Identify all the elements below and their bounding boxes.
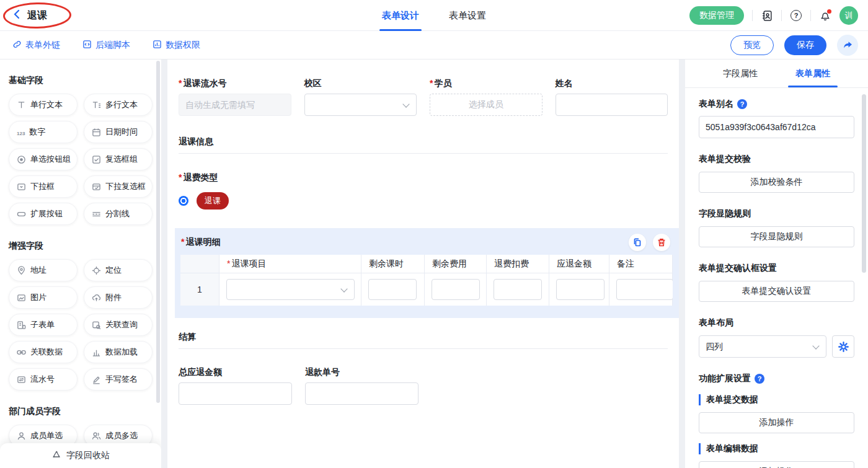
add-validation-button[interactable]: 添加校验条件 xyxy=(699,172,854,193)
section-title-member-fields: 部门成员字段 xyxy=(9,406,153,417)
field-type-serial-number[interactable]: 流水号 xyxy=(9,368,78,391)
field-type-attachment[interactable]: 附件 xyxy=(84,286,153,309)
back-button[interactable]: 退课 xyxy=(12,0,47,31)
data-permission-icon xyxy=(153,40,162,51)
field-type-single-line-text[interactable]: 单行文本 xyxy=(9,94,78,116)
refund-deduct-input[interactable] xyxy=(494,279,542,300)
course-item-select[interactable] xyxy=(226,279,355,300)
help-question-icon[interactable] xyxy=(737,99,747,109)
remaining-hours-input[interactable] xyxy=(368,279,417,300)
column-header: 剩余费用 xyxy=(425,255,487,273)
field-type-multi-select[interactable]: 下拉复选框 xyxy=(84,175,153,198)
contacts-icon[interactable] xyxy=(761,9,773,22)
field-type-radio-group[interactable]: 单选按钮组 xyxy=(9,148,78,170)
extension-settings-label: 功能扩展设置 xyxy=(699,373,854,384)
form-design-canvas: 退课流水号 校区 学员 选择成员 姓名 退课信息 退费类型 退课 退课明细 xyxy=(167,60,679,468)
field-refund-order-no[interactable]: 退款单号 xyxy=(305,367,418,405)
field-type-signature[interactable]: 手写签名 xyxy=(84,368,153,391)
field-type-address[interactable]: 地址 xyxy=(9,259,78,281)
field-campus[interactable]: 校区 xyxy=(304,78,417,116)
subtable-actions xyxy=(629,234,670,251)
field-type-number[interactable]: 数字 xyxy=(9,121,78,143)
divider xyxy=(781,10,782,21)
section-divider xyxy=(179,153,668,154)
refund-type-badge[interactable]: 退课 xyxy=(197,192,229,210)
save-button[interactable]: 保存 xyxy=(784,35,826,55)
submit-confirm-button[interactable]: 表单提交确认设置 xyxy=(699,281,854,302)
share-button[interactable] xyxy=(837,35,858,56)
refund-amount-input[interactable] xyxy=(556,279,604,300)
data-permission-button[interactable]: 数据权限 xyxy=(153,40,200,51)
field-visibility-button[interactable]: 字段显隐规则 xyxy=(699,226,854,247)
submit-data-label: 表单提交数据 xyxy=(699,394,854,405)
field-refund-serial[interactable]: 退课流水号 xyxy=(179,78,291,116)
field-type-divider-line[interactable]: 分割线 xyxy=(84,203,153,225)
copy-icon xyxy=(632,237,642,247)
field-type-lookup-query[interactable]: 关联查询 xyxy=(84,314,153,336)
tab-form-properties[interactable]: 表单属性 xyxy=(795,60,830,87)
preview-button[interactable]: 预览 xyxy=(730,35,774,55)
divider xyxy=(752,10,753,21)
campus-select[interactable] xyxy=(304,94,417,116)
field-type-extend-button[interactable]: 扩展按钮 xyxy=(9,203,78,225)
script-icon xyxy=(82,40,92,51)
form-alias-input[interactable] xyxy=(699,116,854,138)
student-member-picker[interactable]: 选择成员 xyxy=(430,94,542,116)
refund-order-no-input[interactable] xyxy=(305,382,418,405)
lookup-icon xyxy=(92,320,101,330)
help-icon[interactable] xyxy=(790,9,802,22)
tab-form-design[interactable]: 表单设计 xyxy=(382,0,419,31)
help-question-icon[interactable] xyxy=(755,374,764,384)
submit-validation-section: 表单提交校验 添加校验条件 xyxy=(699,154,854,193)
backend-script-button[interactable]: 后端脚本 xyxy=(82,40,130,51)
field-type-checkbox-group[interactable]: 复选框组 xyxy=(84,148,153,170)
field-recycle-bin[interactable]: 字段回收站 xyxy=(0,443,161,468)
subtable-refund-detail[interactable]: 退课明细 退课项目 剩余课时 剩余费用 退费扣费 应退金额 备注 xyxy=(175,228,679,318)
submit-confirm-section: 表单提交确认框设置 表单提交确认设置 xyxy=(699,263,854,302)
delete-field-button[interactable] xyxy=(653,234,670,251)
subform-icon xyxy=(17,320,26,330)
external-link-button[interactable]: 表单外链 xyxy=(12,40,60,51)
field-type-datetime[interactable]: 日期时间 xyxy=(84,121,153,143)
name-input[interactable] xyxy=(556,94,668,116)
total-refund-input[interactable] xyxy=(179,382,292,405)
field-type-select[interactable]: 下拉框 xyxy=(9,175,78,198)
main-tabs: 表单设计 表单设置 xyxy=(382,0,486,31)
field-total-refund[interactable]: 总应退金额 xyxy=(179,367,292,405)
person-icon xyxy=(17,431,26,441)
field-student[interactable]: 学员 选择成员 xyxy=(430,78,542,116)
checkbox-icon xyxy=(92,155,101,164)
field-type-linked-data[interactable]: 关联数据 xyxy=(9,341,78,363)
field-name[interactable]: 姓名 xyxy=(556,78,668,116)
data-manage-button[interactable]: 数据管理 xyxy=(689,6,744,25)
notification-bell-icon[interactable] xyxy=(819,9,831,22)
note-input[interactable] xyxy=(616,279,673,300)
layout-select[interactable]: 四列 xyxy=(699,335,826,358)
textarea-icon xyxy=(92,100,101,110)
sidebar-scrollbar[interactable] xyxy=(156,61,160,403)
form-toolbar: 表单外链 后端脚本 数据权限 预览 保存 xyxy=(0,31,868,60)
remaining-fee-input[interactable] xyxy=(432,279,480,300)
field-type-subform[interactable]: 子表单 xyxy=(9,314,78,336)
layout-settings-button[interactable] xyxy=(832,335,854,358)
avatar[interactable]: 训 xyxy=(839,6,858,25)
divider xyxy=(810,10,811,21)
edit-data-add-action-button[interactable]: 添加操作 xyxy=(699,461,854,468)
map-pin-icon xyxy=(17,266,26,275)
tab-field-properties[interactable]: 字段属性 xyxy=(723,60,758,87)
serial-icon xyxy=(17,375,26,384)
refund-serial-input[interactable] xyxy=(179,94,291,116)
field-type-multi-line-text[interactable]: 多行文本 xyxy=(84,94,153,116)
recycle-icon xyxy=(51,450,61,462)
row-index: 1 xyxy=(180,273,219,306)
tab-form-settings[interactable]: 表单设置 xyxy=(449,0,486,31)
radio-selected-icon[interactable] xyxy=(179,196,188,206)
field-type-data-load[interactable]: 数据加载 xyxy=(84,341,153,363)
field-type-image[interactable]: 图片 xyxy=(9,286,78,309)
submit-data-add-action-button[interactable]: 添加操作 xyxy=(699,412,854,433)
copy-field-button[interactable] xyxy=(629,234,646,251)
enhanced-fields-grid: 地址 定位 图片 附件 子表单 关联查询 xyxy=(9,259,153,391)
field-type-location[interactable]: 定位 xyxy=(84,259,153,281)
panel-scrollbar[interactable] xyxy=(862,94,866,273)
image-icon xyxy=(17,293,26,302)
